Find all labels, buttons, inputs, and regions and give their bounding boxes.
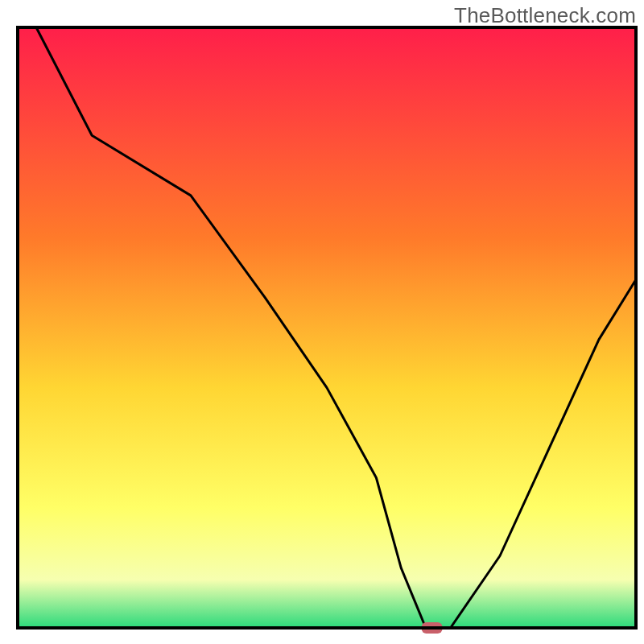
bottleneck-chart — [0, 0, 644, 644]
chart-container: TheBottleneck.com — [0, 0, 644, 644]
watermark-text: TheBottleneck.com — [454, 3, 636, 28]
gradient-background — [18, 27, 636, 628]
plot-area — [18, 27, 636, 634]
